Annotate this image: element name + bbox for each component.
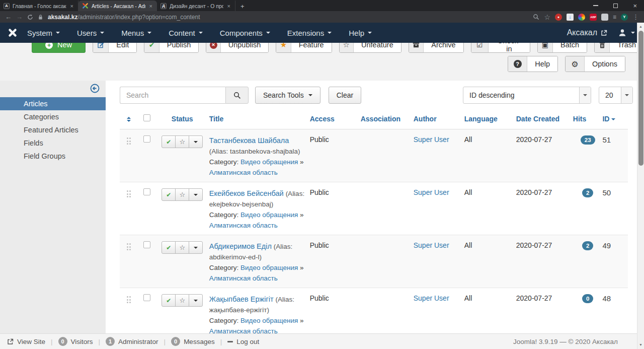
- ordering-sort-header[interactable]: [120, 110, 138, 129]
- site-preview-link[interactable]: Аксакал: [567, 28, 607, 37]
- tab-close-icon[interactable]: ×: [69, 3, 74, 9]
- sidebar-collapse-icon[interactable]: [90, 84, 100, 93]
- status-dropdown-button[interactable]: [189, 135, 203, 148]
- row-checkbox[interactable]: [143, 294, 150, 301]
- subcategory-link[interactable]: Алматинская область: [209, 169, 278, 176]
- hits-header[interactable]: Hits: [573, 110, 603, 129]
- help-button[interactable]: ? Help: [508, 56, 558, 72]
- feature-toggle-button[interactable]: ☆: [175, 188, 189, 201]
- sidebar-item-featured-articles[interactable]: Featured Articles: [0, 123, 106, 136]
- zoom-icon[interactable]: [533, 14, 539, 20]
- scrollbar-thumb[interactable]: [638, 31, 643, 166]
- playlist-ext-icon[interactable]: ≡: [613, 14, 616, 20]
- administrators-status[interactable]: 1 Administrator: [106, 337, 158, 346]
- id-header[interactable]: ID: [602, 110, 628, 129]
- publish-button[interactable]: ✔ Publish: [144, 43, 199, 53]
- clear-button[interactable]: Clear: [329, 87, 361, 104]
- colorwheel-ext-icon[interactable]: [578, 14, 585, 21]
- author-link[interactable]: Super User: [414, 188, 449, 196]
- category-link[interactable]: Видео обращения: [240, 264, 298, 271]
- category-link[interactable]: Видео обращения: [240, 158, 298, 166]
- page-scrollbar[interactable]: ▲ ▼: [637, 23, 644, 349]
- unfeature-button[interactable]: ☆ Unfeature: [339, 43, 401, 53]
- limit-select[interactable]: 20: [599, 87, 633, 104]
- url-text[interactable]: aksakal.kz/administrator/index.php?optio…: [48, 14, 200, 21]
- menu-help[interactable]: Help: [349, 29, 372, 37]
- author-link[interactable]: Super User: [414, 294, 449, 302]
- menu-components[interactable]: Components: [220, 29, 270, 37]
- article-title-link[interactable]: Тастанбекова Шайбала: [209, 136, 289, 145]
- joomla-logo-icon[interactable]: [7, 27, 18, 38]
- back-icon[interactable]: ←: [5, 14, 12, 20]
- menu-content[interactable]: Content: [169, 29, 203, 37]
- scroll-up-icon[interactable]: ▲: [637, 23, 644, 30]
- options-button[interactable]: ⚙ Options: [565, 56, 625, 72]
- row-checkbox[interactable]: [143, 241, 150, 248]
- browser-tab-3[interactable]: Д Дизайн десант - О проекте ×: [157, 1, 235, 11]
- menu-system[interactable]: System: [27, 29, 60, 37]
- sidebar-item-categories[interactable]: Categories: [0, 110, 106, 123]
- author-link[interactable]: Super User: [414, 135, 449, 144]
- status-header[interactable]: Status: [155, 110, 209, 129]
- publish-toggle-button[interactable]: ✔: [162, 241, 176, 254]
- window-minimize-icon[interactable]: [593, 5, 598, 6]
- category-link[interactable]: Видео обращения: [240, 211, 298, 219]
- logout-link[interactable]: Log out: [227, 338, 259, 345]
- author-header[interactable]: Author: [414, 110, 464, 129]
- menu-menus[interactable]: Menus: [121, 29, 151, 37]
- batch-button[interactable]: ▣ Batch: [537, 43, 587, 53]
- subcategory-link[interactable]: Алматинская область: [209, 274, 278, 282]
- article-title-link[interactable]: Екейбеков Бейсенбай: [209, 189, 284, 197]
- status-dropdown-button[interactable]: [189, 188, 203, 201]
- browser-tab-1[interactable]: А Главная - Голос аксакалов ×: [0, 1, 78, 11]
- feature-toggle-button[interactable]: ☆: [175, 294, 189, 307]
- scroll-down-icon[interactable]: ▼: [637, 341, 644, 348]
- author-link[interactable]: Super User: [414, 241, 449, 249]
- subcategory-link[interactable]: Алматинская область: [209, 222, 278, 229]
- user-menu[interactable]: [618, 29, 635, 37]
- feature-toggle-button[interactable]: ☆: [175, 135, 189, 148]
- sort-select[interactable]: ID descending: [463, 87, 591, 104]
- checkin-button[interactable]: ☑ Check-in: [471, 43, 530, 53]
- search-tools-button[interactable]: Search Tools: [255, 87, 320, 104]
- reload-icon[interactable]: [27, 14, 33, 20]
- status-dropdown-button[interactable]: [189, 241, 203, 254]
- association-header[interactable]: Association: [361, 110, 414, 129]
- title-header[interactable]: Title: [209, 110, 310, 129]
- abp-ext-icon[interactable]: ABP: [590, 14, 597, 21]
- search-input[interactable]: [120, 87, 225, 104]
- status-dropdown-button[interactable]: [189, 294, 203, 307]
- drag-handle-icon[interactable]: [127, 296, 131, 303]
- feature-button[interactable]: ★ Feature: [276, 43, 332, 53]
- bookmark-star-icon[interactable]: ☆: [544, 14, 550, 21]
- sidebar-item-field-groups[interactable]: Field Groups: [0, 150, 106, 163]
- unpublish-button[interactable]: ✕ Unpublish: [206, 43, 269, 53]
- row-checkbox[interactable]: [143, 135, 150, 143]
- menu-users[interactable]: Users: [77, 29, 104, 37]
- window-restore-icon[interactable]: [613, 4, 618, 8]
- drag-handle-icon[interactable]: [127, 137, 131, 145]
- lock-icon[interactable]: [38, 14, 43, 20]
- drag-handle-icon[interactable]: [127, 243, 131, 250]
- row-checkbox[interactable]: [143, 188, 150, 195]
- archive-button[interactable]: Archive: [409, 43, 464, 53]
- language-header[interactable]: Language: [464, 110, 516, 129]
- new-button[interactable]: + New: [32, 43, 86, 53]
- browser-menu-icon[interactable]: ⋮: [632, 14, 639, 20]
- visitors-status[interactable]: 0 Visitors: [58, 337, 93, 346]
- sidebar-item-articles[interactable]: Articles: [0, 97, 106, 110]
- new-tab-button[interactable]: +: [235, 3, 250, 11]
- access-header[interactable]: Access: [310, 110, 361, 129]
- view-site-link[interactable]: View Site: [7, 338, 45, 345]
- search-button[interactable]: [225, 87, 249, 104]
- article-title-link[interactable]: Жақыпбаев Ержігіт: [209, 295, 274, 303]
- subcategory-link[interactable]: Алматинская область: [209, 327, 278, 333]
- y-ext-icon[interactable]: Y: [621, 14, 628, 21]
- menu-extensions[interactable]: Extensions: [287, 29, 332, 37]
- adblock-ext-icon[interactable]: ●: [555, 14, 562, 21]
- date-header[interactable]: Date Created: [516, 110, 573, 129]
- sidebar-item-fields[interactable]: Fields: [0, 136, 106, 150]
- forward-icon[interactable]: →: [16, 14, 23, 20]
- window-close-icon[interactable]: ×: [633, 3, 637, 9]
- drag-handle-icon[interactable]: [127, 190, 131, 197]
